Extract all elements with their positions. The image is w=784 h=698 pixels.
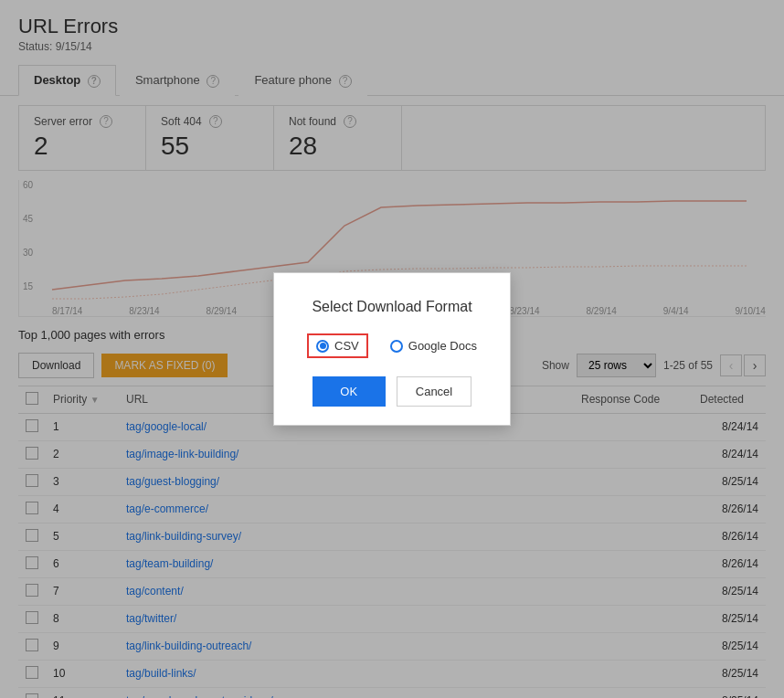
csv-radio-option[interactable]: CSV <box>316 339 359 353</box>
modal-overlay: Select Download Format CSV Google Docs O… <box>0 0 784 698</box>
google-docs-radio-circle <box>390 340 403 353</box>
csv-label: CSV <box>334 339 359 353</box>
csv-option-box: CSV <box>307 333 368 358</box>
google-docs-radio-option[interactable]: Google Docs <box>390 339 477 353</box>
modal-title: Select Download Format <box>303 299 481 315</box>
modal-options: CSV Google Docs <box>303 333 481 358</box>
google-docs-label: Google Docs <box>408 339 477 353</box>
csv-radio-circle <box>316 340 329 353</box>
download-format-modal: Select Download Format CSV Google Docs O… <box>273 272 511 426</box>
modal-buttons: OK Cancel <box>303 376 481 407</box>
modal-cancel-button[interactable]: Cancel <box>397 376 471 407</box>
modal-ok-button[interactable]: OK <box>313 376 386 407</box>
